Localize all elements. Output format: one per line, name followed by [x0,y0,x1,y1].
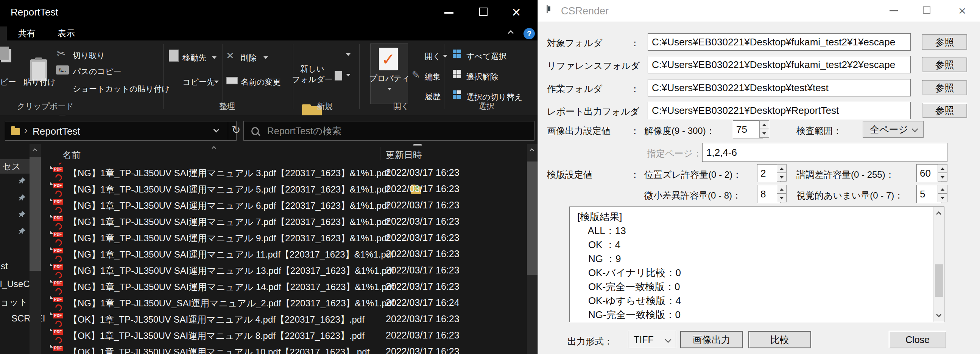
spinner-arrows[interactable] [777,164,787,181]
column-header-modified[interactable]: 更新日時 [386,149,422,161]
select-none-button[interactable]: 選択解除 [466,71,498,82]
copy-button-label-fragment[interactable]: ピー [0,77,16,87]
file-row[interactable]: PDF 【NG】1章_TP-JL350UV SAI運用マニュアル 6.pdf【2… [43,198,527,214]
minimize-button[interactable] [889,10,898,11]
micro-diff-tolerance-spinner[interactable]: 8 [757,185,787,202]
spinner-up-icon[interactable] [777,164,787,173]
breadcrumb[interactable]: ReportTest [33,125,80,137]
sidebar-item-quick-access[interactable]: セス [0,159,30,174]
file-row[interactable]: PDF 【NG】1章_TP-JL350UV_SAI運用マニュアル_2.pdf【2… [43,295,527,312]
close-button[interactable]: × [955,2,970,19]
pin-icon[interactable] [18,211,26,218]
work-folder-browse-button[interactable]: 参照 [922,80,967,95]
file-row[interactable]: PDF 【NG】1章_TP-JL350UV SAI運用マニュアル 9.pdf【2… [43,230,527,247]
new-folder-button-line2[interactable]: フォルダー [291,75,334,84]
select-all-button[interactable]: すべて選択 [466,51,506,62]
spinner-arrows[interactable] [777,185,787,202]
sidebar-item[interactable]: ョット [0,296,28,308]
properties-button[interactable]: ✓ プロパティ [370,43,408,104]
search-input[interactable] [266,125,534,137]
edit-button[interactable]: 編集 [425,71,441,82]
delete-dropdown-icon[interactable] [264,56,268,59]
sidebar-scrollbar[interactable] [30,144,41,354]
move-to-button[interactable]: 移動先 [183,52,206,63]
resolution-value[interactable]: 75 [733,120,763,138]
maximize-button[interactable] [923,6,931,14]
target-folder-browse-button[interactable]: 参照 [922,35,967,49]
rename-button[interactable]: 名前の変更 [241,77,281,87]
spinner-up-icon[interactable] [759,120,769,129]
file-row[interactable]: PDF 【NG】1章_TP-JL350UV SAI運用マニュアル 14.pdf【… [43,279,527,295]
scroll-down-icon[interactable] [936,312,942,317]
output-format-select[interactable]: TIFF [628,331,676,348]
reference-folder-input[interactable]: C:¥Users¥EB030221¥Desktop¥fukami_test2¥2… [648,56,911,73]
refresh-icon[interactable]: ↻ [232,124,240,136]
sidebar-item[interactable]: st [1,261,8,271]
pages-input[interactable]: 1,2,4-6 [702,143,947,162]
spinner-down-icon[interactable] [777,194,787,202]
list-scrollbar[interactable] [527,144,538,354]
tone-tolerance-spinner[interactable]: 60 [916,164,947,181]
sidebar-scrollbar-thumb[interactable] [30,157,41,271]
list-scrollbar-thumb[interactable] [527,162,538,275]
report-folder-browse-button[interactable]: 参照 [922,103,967,118]
pin-icon[interactable] [18,177,26,184]
spinner-arrows[interactable] [938,164,947,181]
easy-access-icon[interactable] [335,71,342,81]
results-scrollbar-thumb[interactable] [935,264,943,297]
copy-to-button[interactable]: コピー先 [183,77,215,87]
tab-view[interactable]: 表示 [53,27,80,40]
new-item-dropdown-icon[interactable] [346,53,350,56]
open-dropdown-icon[interactable] [443,55,447,57]
compare-button[interactable]: 比較 [748,331,811,348]
delete-button[interactable]: 削除 [241,52,257,63]
spinner-down-icon[interactable] [759,129,769,138]
pin-icon[interactable] [18,194,26,202]
file-row[interactable]: PDF 【NG】1章_TP-JL350UV SAI運用マニュアル 11.pdf【… [43,247,527,263]
easy-access-dropdown-icon[interactable] [346,74,350,76]
spinner-down-icon[interactable] [938,173,947,181]
spinner-arrows[interactable] [938,185,947,202]
reference-folder-browse-button[interactable]: 参照 [922,57,967,72]
pin-icon[interactable] [18,227,26,235]
spinner-arrows[interactable] [759,120,769,138]
cut-button[interactable]: 切り取り [73,50,105,61]
maximize-button[interactable] [479,8,488,16]
file-row[interactable]: PDF 【OK】1章_TP-JL350UV SAI運用マニュアル 8.pdf【2… [43,328,527,344]
file-row[interactable]: PDF 【NG】1章_TP-JL350UV SAI運用マニュアル 7.pdf【2… [43,214,527,230]
paste-shortcut-button[interactable]: ショートカットの貼り付け [73,84,170,94]
image-output-button[interactable]: 画像出力 [680,331,743,348]
minimize-button[interactable] [444,12,453,14]
spinner-down-icon[interactable] [777,173,787,181]
file-row[interactable]: PDF 【OK】1章_TP-JL350UV SAI運用マニュアル 10.pdf【… [43,344,527,354]
paste-button[interactable]: 貼り付け [24,77,56,87]
scope-select[interactable]: 全ページ [863,121,924,138]
search-box[interactable] [243,121,535,141]
spinner-up-icon[interactable] [938,185,947,194]
results-box[interactable]: [検版結果] ALL：13 OK ：4 NG ：9 OK-バイナリ比較：0 OK… [569,206,944,322]
resolution-spinner[interactable]: 75 [733,120,769,138]
copy-icon[interactable] [1,49,11,62]
collapse-ribbon-icon[interactable] [508,30,514,36]
spinner-up-icon[interactable] [938,164,947,173]
position-tolerance-spinner[interactable]: 2 [757,164,787,181]
tab-share[interactable]: 共有 [14,27,39,40]
tab-partial[interactable] [0,27,7,40]
report-folder-input[interactable]: C:¥Users¥EB030221¥Desktop¥ReportTest [648,102,911,119]
help-button[interactable]: ? [523,28,535,39]
scroll-up-icon[interactable] [936,211,942,217]
new-folder-button[interactable]: 新しい [294,64,330,74]
move-to-dropdown-icon[interactable] [212,56,216,59]
file-row[interactable]: PDF 【NG】1章_TP-JL350UV SAI運用マニュアル 13.pdf【… [43,263,527,279]
history-button[interactable]: 履歴 [425,91,441,102]
address-dropdown-icon[interactable] [213,127,220,133]
visual-fuzziness-spinner[interactable]: 5 [916,185,947,202]
file-row[interactable]: PDF 【NG】1章_TP-JL350UV SAI運用マニュアル 5.pdf【2… [43,181,527,198]
target-folder-input[interactable]: C:¥Users¥EB030221¥Desktop¥fukami_test2¥1… [648,33,911,51]
file-row[interactable]: PDF 【NG】1章_TP-JL350UV SAI運用マニュアル 3.pdf【2… [43,165,527,181]
close-button[interactable]: × [507,2,525,23]
column-header-name[interactable]: 名前 [62,149,81,161]
file-row[interactable]: PDF 【OK】1章_TP-JL350UV SAI運用マニュアル 4.pdf【2… [43,312,527,328]
close-dialog-button[interactable]: Close [889,331,946,348]
spinner-down-icon[interactable] [938,194,947,202]
